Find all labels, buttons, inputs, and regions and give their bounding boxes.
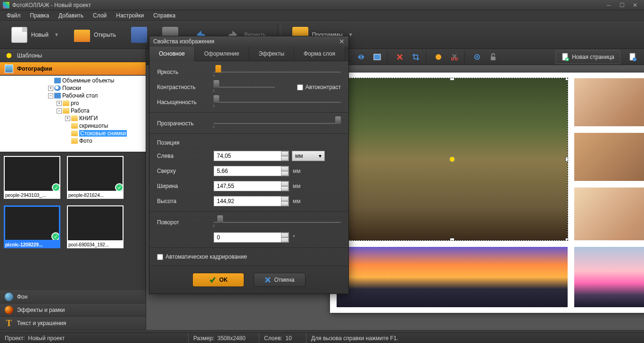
collapse-icon[interactable]: − [48,93,53,98]
dialog-titlebar[interactable]: Свойства изображения ✕ [149,36,348,47]
menu-add[interactable]: Добавить [54,11,88,20]
sidetab-photos[interactable]: Фотографии [0,62,146,75]
rotation-slider[interactable] [214,219,341,226]
spinner[interactable]: ▲▼ [281,151,289,161]
folder-icon [71,123,78,129]
toolbar-open[interactable]: Открыть [67,25,123,45]
lock-tool[interactable] [486,50,501,64]
folder-icon [71,131,78,136]
expand-icon[interactable]: + [65,116,70,121]
spinner[interactable]: ▲▼ [281,166,289,176]
toolbar-new[interactable]: Новый▼ [5,24,66,46]
menu-edit[interactable]: Правка [25,11,54,20]
tree-item[interactable]: Фото [1,137,145,145]
rotation-input[interactable] [214,232,289,243]
check-icon: ✓ [115,183,124,192]
folder-icon [71,138,78,144]
autocontrast-checkbox[interactable]: Автоконтраст [297,84,341,90]
settings-tool[interactable] [470,50,485,64]
menu-file[interactable]: Файл [2,11,25,20]
collapse-icon[interactable]: − [57,108,62,114]
svg-point-5 [476,56,478,58]
tree-item-selected[interactable]: Стоковые снимки [1,130,145,137]
unit-select[interactable]: мм▾ [292,151,325,161]
tab-design[interactable]: Оформление [195,47,249,61]
desktop-icon [54,93,61,98]
tree-item[interactable]: −Работа [1,107,145,114]
new-icon [11,27,27,43]
minimize-button[interactable]: ─ [603,1,615,9]
contrast-label: Контрастность [157,84,214,90]
left-input[interactable] [214,151,289,161]
spinner[interactable]: ▲▼ [281,233,289,242]
object-icon [54,78,61,83]
tree-item[interactable]: Объемные объекты [1,77,145,84]
spinner[interactable]: ▲▼ [281,181,289,191]
tree-item[interactable]: +Поиски [1,84,145,92]
tree-item[interactable]: +pro [1,99,145,107]
save-icon [131,27,147,43]
status-project: Проект: Новый проект [0,333,189,343]
contrast-slider[interactable] [214,83,275,91]
tab-effects[interactable]: Эффекты [249,47,294,61]
folder-tree[interactable]: Объемные объекты +Поиски −Рабочий стол +… [0,75,146,152]
menu-layer[interactable]: Слой [88,11,111,20]
thumbnail-selected[interactable]: ✓picnic-1208229... [4,205,60,248]
expand-icon[interactable]: + [57,101,62,106]
tree-item[interactable]: скриншоты [1,122,145,130]
width-label: Ширина [157,183,214,189]
flip-v-tool[interactable] [370,50,385,64]
tree-item[interactable]: −Рабочий стол [1,92,145,99]
menu-settings[interactable]: Настройки [111,11,149,20]
maximize-button[interactable]: ☐ [616,1,628,9]
expand-icon[interactable]: + [48,86,53,91]
cut-tool[interactable] [447,50,462,64]
folder-icon [71,115,78,121]
left-panel: Шаблоны Фотографии Объемные объекты +Пои… [0,49,146,330]
width-input[interactable] [214,181,289,191]
sidetab-templates[interactable]: Шаблоны [0,49,146,62]
svg-rect-0 [374,54,380,60]
thumbnail[interactable]: ✓people-821624... [67,156,124,199]
star-icon [5,51,13,60]
canvas-image[interactable] [574,78,644,126]
canvas[interactable] [330,73,644,313]
chevron-down-icon: ▼ [348,32,353,37]
cancel-button[interactable]: Отмена [254,273,305,287]
ok-button[interactable]: OK [192,273,244,287]
tree-item[interactable]: +КНИГИ [1,114,145,122]
photo-icon [5,65,13,73]
thumbnail[interactable]: ✓people-2943103_... [4,156,60,199]
tab-main[interactable]: Основное [149,47,195,61]
transparency-slider[interactable] [214,120,341,127]
menu-help[interactable]: Справка [149,11,180,20]
page-settings-tool[interactable] [625,50,640,64]
spinner[interactable]: ▲▼ [281,196,289,206]
status-bar: Проект: Новый проект Размер: 3508x2480 С… [0,333,644,343]
top-input[interactable] [214,166,289,176]
crop-tool[interactable] [408,50,423,64]
sidetab-background[interactable]: Фон [0,290,146,303]
svg-rect-6 [491,57,495,60]
close-button[interactable]: ✕ [629,1,641,9]
sidetab-text[interactable]: TТекст и украшения [0,317,146,330]
dialog-close-button[interactable]: ✕ [339,38,345,45]
saturation-slider[interactable] [214,98,341,106]
canvas-image[interactable] [574,188,644,240]
degree-label: ° [293,234,295,241]
tab-shape[interactable]: Форма слоя [294,47,345,61]
thumbnail[interactable]: pool-690034_192... [67,205,124,248]
canvas-image-selected[interactable] [337,78,568,240]
flip-h-tool[interactable] [354,50,369,64]
brightness-slider[interactable] [214,68,341,76]
rotation-handle[interactable] [449,156,455,162]
delete-tool[interactable] [392,50,407,64]
canvas-image[interactable] [574,247,644,307]
canvas-image[interactable] [337,247,568,307]
sidetab-effects[interactable]: Эффекты и рамки [0,303,146,317]
color-tool[interactable] [431,50,446,64]
autocrop-checkbox[interactable]: Автоматическое кадрирование [157,253,341,260]
canvas-image[interactable] [574,133,644,181]
height-input[interactable] [214,196,289,206]
new-page-button[interactable]: Новая страница [555,50,620,64]
